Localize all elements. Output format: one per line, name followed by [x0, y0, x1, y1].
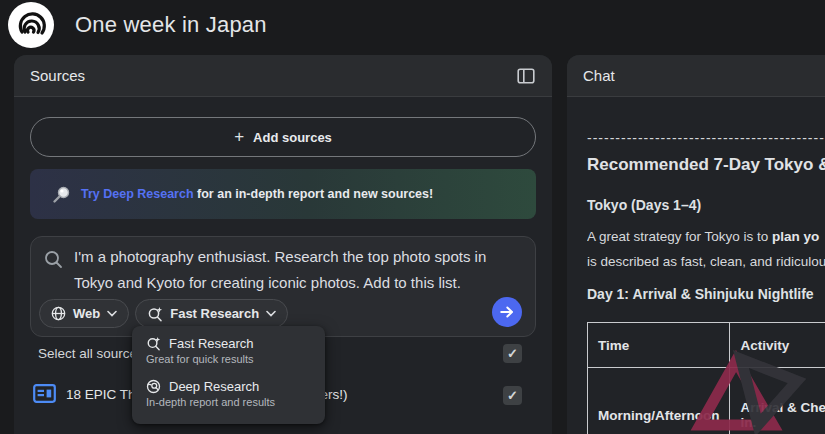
- select-all-checkbox[interactable]: ✓: [503, 344, 522, 363]
- search-globe-icon: [146, 379, 161, 394]
- top-bar: One week in Japan: [0, 0, 825, 55]
- notebooklm-app: One week in Japan Sources + Add sources: [0, 0, 825, 434]
- message-separator: ----------------------------------------…: [587, 130, 825, 146]
- deep-research-banner: Try Deep Research for an in-depth report…: [30, 169, 536, 219]
- research-mode-label: Fast Research: [170, 306, 259, 321]
- notebook-title[interactable]: One week in Japan: [75, 12, 267, 38]
- menu-item-fast-research[interactable]: Fast Research Great for quick results: [132, 334, 325, 371]
- android-police-watermark: [690, 350, 808, 434]
- sources-panel: Sources + Add sources Try Deep R: [14, 55, 552, 434]
- menu-item-description: Great for quick results: [146, 353, 311, 365]
- sources-panel-title: Sources: [30, 67, 85, 84]
- research-query-card: I'm a photography enthusiast. Research t…: [30, 236, 536, 337]
- menu-item-description: In-depth report and results: [146, 396, 311, 408]
- arrow-right-icon: [498, 303, 516, 321]
- select-all-sources-label: Select all sources: [38, 346, 144, 361]
- search-spark-icon: [147, 306, 163, 322]
- query-line-2: Tokyo and Kyoto for creating iconic phot…: [74, 270, 524, 296]
- web-scope-dropdown[interactable]: Web: [39, 299, 129, 328]
- research-mode-menu: Fast Research Great for quick results De…: [132, 326, 325, 424]
- submit-research-button[interactable]: [492, 297, 522, 327]
- day1-heading: Day 1: Arrival & Shinjuku Nightlife: [587, 286, 814, 302]
- menu-item-label: Deep Research: [169, 379, 259, 394]
- query-line-1: I'm a photography enthusiast. Research t…: [74, 244, 524, 270]
- source-item-checkbox[interactable]: ✓: [503, 386, 522, 405]
- menu-item-label: Fast Research: [169, 336, 254, 351]
- web-article-icon: [33, 384, 56, 403]
- research-mode-dropdown[interactable]: Fast Research: [135, 299, 288, 328]
- paragraph-text: A great strategy for Tokyo is to: [587, 229, 772, 244]
- sources-panel-header: Sources: [14, 55, 552, 97]
- menu-item-deep-research[interactable]: Deep Research In-depth report and result…: [132, 377, 325, 414]
- chevron-down-icon: [107, 310, 117, 317]
- web-scope-label: Web: [73, 306, 100, 321]
- chat-panel-title: Chat: [583, 67, 615, 84]
- notebooklm-logo-icon: [8, 2, 54, 48]
- globe-icon: [51, 306, 66, 321]
- banner-text: for an in-depth report and new sources!: [197, 187, 433, 201]
- query-options-row: Web Fast Research: [39, 299, 288, 328]
- search-spark-icon: [146, 336, 161, 351]
- try-deep-research-link[interactable]: Try Deep Research: [81, 187, 194, 201]
- check-icon: ✓: [507, 346, 518, 361]
- itinerary-paragraph-line-1: A great strategy for Tokyo is to plan yo: [587, 229, 825, 244]
- search-icon: [44, 250, 63, 269]
- chevron-down-icon: [266, 310, 276, 317]
- itinerary-paragraph-line-2: is described as fast, clean, and ridicul…: [587, 254, 825, 269]
- collapse-panel-icon[interactable]: [516, 66, 536, 86]
- itinerary-heading: Recommended 7-Day Tokyo & Ky: [587, 155, 825, 175]
- chat-panel-header: Chat: [567, 55, 825, 97]
- paragraph-bold-text: plan yo: [772, 229, 819, 244]
- tokyo-section-heading: Tokyo (Days 1–4): [587, 197, 701, 213]
- magnifying-glass-icon: [52, 185, 71, 204]
- research-query-input[interactable]: I'm a photography enthusiast. Research t…: [74, 244, 524, 296]
- check-icon: ✓: [507, 388, 518, 403]
- add-sources-label: Add sources: [253, 130, 332, 145]
- add-sources-button[interactable]: + Add sources: [30, 117, 536, 157]
- plus-icon: +: [234, 127, 244, 147]
